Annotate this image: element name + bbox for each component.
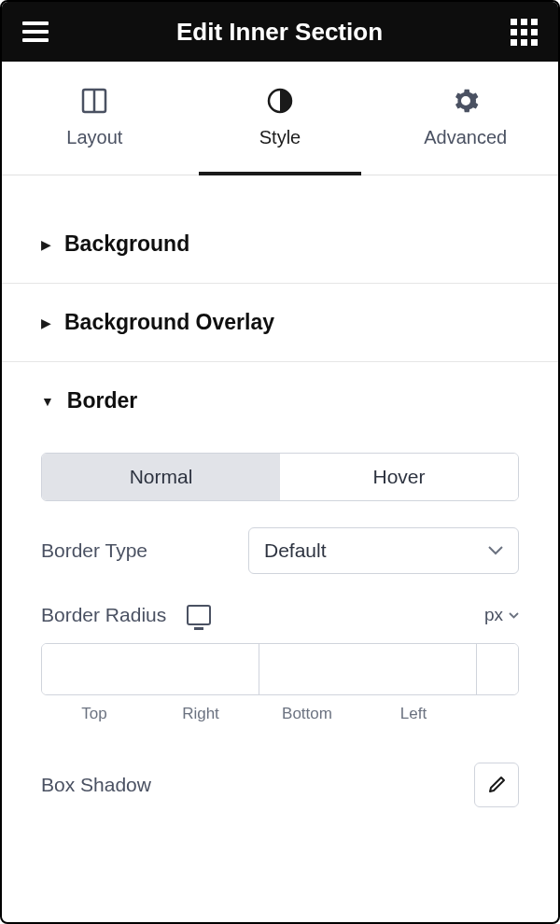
toggle-hover[interactable]: Hover [280,454,518,500]
box-shadow-label: Box Shadow [41,774,151,796]
radius-inputs [41,643,519,695]
border-radius-label: Border Radius [41,604,166,626]
border-type-label: Border Type [41,539,147,562]
radius-top-label: Top [41,705,147,723]
apps-icon[interactable] [511,19,538,46]
desktop-icon[interactable] [187,605,211,625]
border-content: Normal Hover Border Type Default Border … [2,413,558,807]
border-type-row: Border Type Default [41,527,519,574]
unit-value: px [484,605,503,625]
radius-bottom-input[interactable] [477,644,519,694]
header: Edit Inner Section [2,2,558,62]
tab-advanced[interactable]: Advanced [372,62,558,175]
box-shadow-edit-button[interactable] [474,763,519,807]
tab-layout-label: Layout [66,127,122,148]
caret-down-icon: ▼ [41,394,54,409]
radius-right-label: Right [147,705,254,723]
tab-advanced-label: Advanced [424,127,507,148]
border-type-value: Default [264,539,327,562]
section-border-label: Border [67,388,137,413]
section-background-overlay-label: Background Overlay [64,310,274,335]
section-background[interactable]: ▶ Background [2,205,558,284]
section-background-label: Background [64,231,189,257]
layout-icon [81,88,107,114]
state-toggle: Normal Hover [41,453,519,501]
pencil-icon [486,775,507,795]
menu-icon[interactable] [22,21,49,42]
gear-icon [453,88,479,114]
unit-selector[interactable]: px [484,605,519,625]
tab-layout[interactable]: Layout [2,62,188,175]
toggle-normal[interactable]: Normal [42,454,280,500]
radius-labels: Top Right Bottom Left [41,705,519,723]
chevron-down-icon [509,612,519,619]
border-type-select[interactable]: Default [248,527,519,574]
radius-bottom-label: Bottom [254,705,360,723]
style-icon [267,88,293,114]
radius-top-input[interactable] [42,644,259,694]
section-border[interactable]: ▼ Border [2,362,558,413]
caret-right-icon: ▶ [41,315,51,330]
border-radius-row: Border Radius px [41,604,519,626]
radius-left-label: Left [360,705,467,723]
tab-style-label: Style [259,127,301,148]
chevron-down-icon [488,546,503,555]
page-title: Edit Inner Section [176,18,383,47]
tab-style[interactable]: Style [188,62,373,175]
tabs: Layout Style Advanced [2,62,558,175]
radius-right-input[interactable] [259,644,477,694]
caret-right-icon: ▶ [41,237,51,252]
box-shadow-row: Box Shadow [41,763,519,807]
section-background-overlay[interactable]: ▶ Background Overlay [2,284,558,362]
